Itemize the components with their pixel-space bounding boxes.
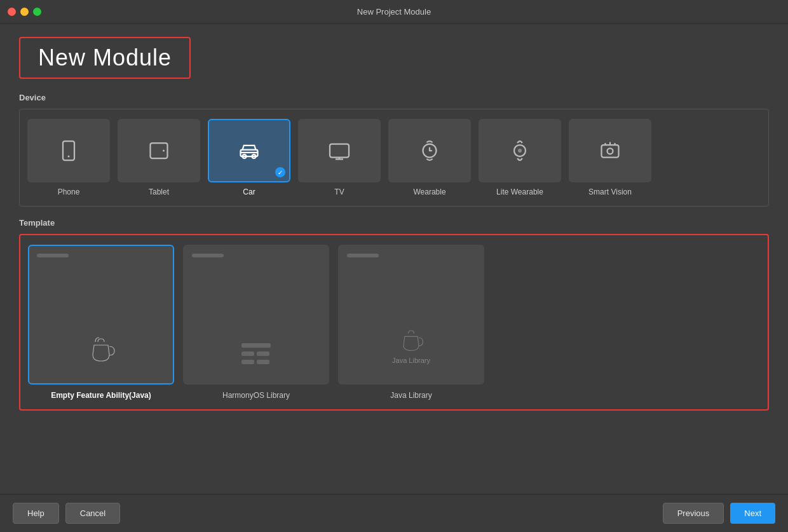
device-section-label: Device [19,93,769,102]
help-button[interactable]: Help [13,503,59,524]
java-library-content: Java Library [392,325,430,364]
device-label-car: Car [243,188,255,196]
device-icon-box-phone [27,119,110,182]
template-label-java-library: Java Library [390,391,431,400]
minimize-button[interactable] [20,8,29,16]
phone-icon [57,139,80,162]
svg-rect-2 [151,143,168,158]
close-button[interactable] [8,8,16,16]
new-module-title: New Module [38,44,172,71]
title-bar: New Project Module [0,0,788,24]
template-item-harmonyos-library[interactable]: HarmonyOS Library [183,245,329,400]
layout-row-half-1 [241,351,269,356]
layout-cell-3 [241,360,254,364]
smart-vision-icon [599,139,622,162]
device-section: Phone Tablet [19,109,769,207]
car-checkmark: ✓ [275,167,285,177]
device-item-wearable[interactable]: Wearable [388,119,471,196]
tv-icon [328,139,351,162]
device-icon-box-tv [298,119,381,182]
template-grid: Empty Feature Ability(Java) [28,245,760,400]
device-label-tv: TV [334,188,344,196]
device-icon-box-tablet [118,119,200,182]
layout-row-full [241,343,271,348]
svg-point-17 [608,148,613,154]
layout-cell-4 [257,360,269,364]
layout-icon [241,343,271,364]
template-section: Empty Feature Ability(Java) [19,234,769,411]
bottom-right: Previous Next [663,503,775,524]
window-title: New Project Module [357,7,431,17]
template-card-empty-feature [28,245,174,385]
device-icon-box-smart-vision [569,119,651,182]
template-topbar-3 [347,254,379,257]
traffic-lights [8,8,41,16]
new-module-box: New Module [19,37,191,79]
java-library-sub-label: Java Library [392,357,430,364]
template-item-empty-feature[interactable]: Empty Feature Ability(Java) [28,245,174,400]
main-content: New Module Device Phone [0,24,788,494]
device-item-tablet[interactable]: Tablet [118,119,200,196]
device-item-phone[interactable]: Phone [27,119,110,196]
device-item-lite-wearable[interactable]: Lite Wearable [479,119,561,196]
device-label-lite-wearable: Lite Wearable [496,188,543,196]
template-topbar [37,254,69,257]
device-grid: Phone Tablet [27,119,761,196]
device-icon-box-lite-wearable [479,119,561,182]
device-label-phone: Phone [58,188,80,196]
svg-rect-16 [602,145,619,158]
cancel-button[interactable]: Cancel [65,503,120,524]
device-label-smart-vision: Smart Vision [588,188,632,196]
java-library-icon [397,325,426,354]
layout-cell-2 [257,351,269,356]
device-icon-box-car: ✓ [208,119,290,182]
svg-rect-8 [330,144,349,158]
device-item-car[interactable]: ✓ Car [208,119,290,196]
layout-row-half-2 [241,360,269,364]
lite-wearable-icon [508,139,531,162]
template-label-harmonyos-library: HarmonyOS Library [222,391,290,400]
template-label-empty-feature: Empty Feature Ability(Java) [51,391,151,400]
wearable-icon [418,139,441,162]
device-item-tv[interactable]: TV [298,119,381,196]
device-icon-box-wearable [388,119,471,182]
template-card-java-library: Java Library [338,245,484,385]
layout-cell-1 [241,351,254,356]
device-label-wearable: Wearable [413,188,445,196]
maximize-button[interactable] [33,8,41,16]
cup-icon [85,332,117,364]
svg-point-15 [518,149,522,153]
bottom-left: Help Cancel [13,503,120,524]
template-item-java-library[interactable]: Java Library Java Library [338,245,484,400]
previous-button[interactable]: Previous [663,503,724,524]
tablet-icon [147,139,170,162]
bottom-bar: Help Cancel Previous Next [0,494,788,532]
template-topbar-2 [192,254,224,257]
template-card-harmonyos-library [183,245,329,385]
car-icon [238,139,261,162]
next-button[interactable]: Next [730,503,775,524]
device-label-tablet: Tablet [149,188,169,196]
template-section-label: Template [19,218,769,228]
device-item-smart-vision[interactable]: Smart Vision [569,119,651,196]
